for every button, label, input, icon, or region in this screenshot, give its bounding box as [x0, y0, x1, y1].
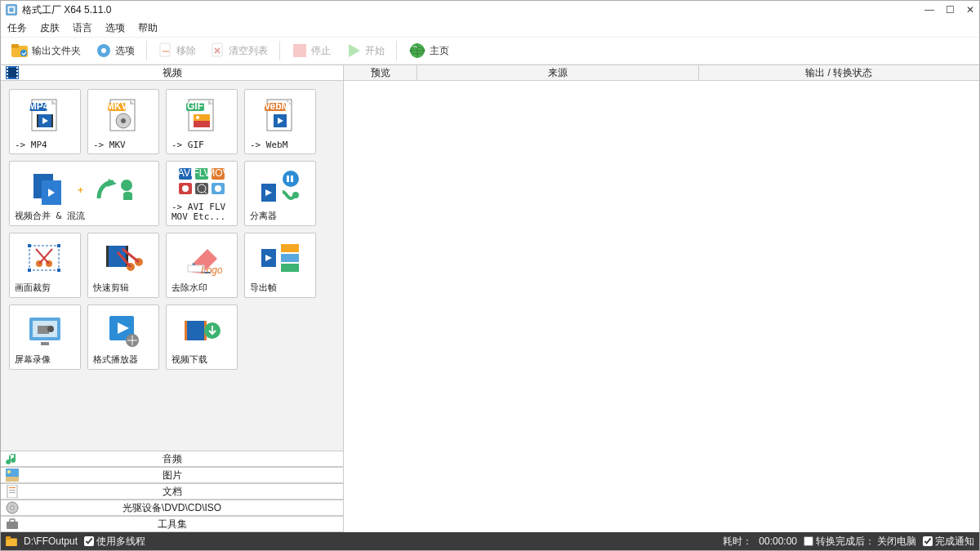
svg-rect-70 [57, 269, 60, 272]
output-folder-button[interactable]: 输出文件夹 [6, 41, 86, 60]
svg-rect-107 [6, 536, 11, 540]
play-icon [345, 42, 362, 59]
category-image[interactable]: 图片 [1, 467, 343, 483]
left-pane: 视频 MP4 -> MP4 MKV -> MKV GIF -> GIF WebM [1, 64, 344, 532]
maximize-button[interactable]: ☐ [946, 4, 955, 16]
after-convert-checkbox[interactable]: 转换完成后：关闭电脑 [804, 535, 916, 549]
svg-rect-2 [9, 7, 13, 11]
category-doc[interactable]: 文档 [1, 483, 343, 500]
svg-rect-83 [281, 264, 299, 272]
task-list-header: 预览 来源 输出 / 转换状态 [344, 64, 979, 81]
stop-icon [292, 42, 308, 59]
card-mkv[interactable]: MKV -> MKV [87, 89, 159, 154]
card-webm[interactable]: WebM -> WebM [244, 89, 316, 154]
clear-button[interactable]: 清空列表 [206, 41, 273, 60]
svg-point-56 [182, 185, 189, 192]
category-audio[interactable]: 音频 [1, 451, 343, 467]
svg-rect-8 [160, 43, 170, 56]
svg-rect-4 [11, 44, 19, 48]
main-area: 视频 MP4 -> MP4 MKV -> MKV GIF -> GIF WebM [1, 64, 979, 532]
merge-icon: + [27, 169, 141, 205]
svg-point-40 [196, 116, 199, 119]
remove-button[interactable]: 移除 [154, 41, 201, 60]
card-record[interactable]: 屏幕录像 [9, 304, 81, 370]
options-button[interactable]: 选项 [91, 41, 140, 60]
card-label: 画面裁剪 [13, 280, 77, 294]
multithread-checkbox[interactable]: 使用多线程 [84, 535, 145, 549]
svg-text:MOV: MOV [207, 167, 226, 179]
svg-rect-74 [106, 246, 109, 267]
col-status[interactable]: 输出 / 转换状态 [699, 65, 980, 80]
card-label: 快速剪辑 [91, 280, 155, 294]
svg-rect-88 [41, 342, 49, 345]
category-toolkit-label: 工具集 [1, 518, 343, 531]
gear-icon [96, 42, 112, 59]
elapsed-value: 00:00:00 [759, 535, 797, 547]
card-mp4[interactable]: MP4 -> MP4 [9, 89, 81, 154]
svg-rect-91 [186, 321, 204, 340]
card-quick[interactable]: 快速剪辑 [87, 233, 159, 298]
page-x-icon [211, 42, 225, 59]
card-avi[interactable]: AVI FLV MOV -> AVI FLV MOV Etc... [166, 161, 238, 226]
menu-help[interactable]: 帮助 [138, 21, 158, 35]
col-source[interactable]: 来源 [417, 65, 699, 80]
card-export[interactable]: 导出帧 [244, 233, 316, 298]
category-toolkit[interactable]: 工具集 [1, 516, 343, 532]
menu-option[interactable]: 选项 [105, 21, 125, 35]
svg-rect-63 [287, 176, 289, 182]
category-doc-label: 文档 [1, 485, 343, 499]
card-label: 分离器 [248, 208, 312, 222]
output-path[interactable]: D:\FFOutput [24, 535, 78, 547]
menu-lang[interactable]: 语言 [73, 21, 92, 35]
card-watermark[interactable]: Logo 去除水印 [166, 233, 238, 298]
card-label: 视频合并 & 混流 [13, 208, 155, 222]
svg-rect-9 [163, 51, 169, 52]
page-minus-icon [158, 42, 173, 59]
start-button[interactable]: 开始 [341, 41, 390, 60]
stop-button[interactable]: 停止 [287, 41, 336, 60]
category-video-label: 视频 [1, 66, 343, 80]
category-video[interactable]: 视频 [1, 64, 343, 81]
folder-icon[interactable] [6, 536, 17, 546]
svg-text:MKV: MKV [106, 100, 128, 112]
menu-skin[interactable]: 皮肤 [40, 21, 60, 35]
svg-rect-67 [28, 244, 31, 247]
svg-rect-64 [291, 176, 293, 182]
webm-icon: WebM [262, 98, 298, 134]
card-label: -> AVI FLV MOV Etc... [170, 201, 234, 222]
menu-task[interactable]: 任务 [7, 21, 27, 35]
svg-rect-68 [57, 244, 60, 247]
card-splitter[interactable]: 分离器 [244, 161, 316, 226]
card-label: 导出帧 [248, 280, 312, 294]
mp4-icon: MP4 [27, 98, 63, 134]
card-label: 去除水印 [170, 280, 234, 294]
splitter-icon [258, 169, 302, 205]
svg-point-87 [47, 326, 54, 332]
statusbar: D:\FFOutput 使用多线程 耗时： 00:00:00 转换完成后：关闭电… [1, 532, 979, 550]
notify-checkbox[interactable]: 完成通知 [923, 535, 974, 549]
home-button[interactable]: 主页 [403, 40, 454, 61]
close-button[interactable]: ✕ [966, 4, 974, 16]
player-icon [103, 313, 144, 349]
svg-rect-28 [37, 114, 38, 127]
card-gif[interactable]: GIF -> GIF [166, 89, 238, 154]
svg-text:MP4: MP4 [29, 100, 49, 112]
card-player[interactable]: 格式播放器 [87, 304, 159, 370]
record-icon [24, 313, 65, 349]
folder-icon [11, 42, 29, 59]
svg-point-7 [101, 48, 106, 53]
card-label: -> MP4 [13, 138, 77, 150]
toolbar-separator [146, 41, 147, 60]
card-download[interactable]: 视频下载 [166, 304, 238, 370]
card-crop[interactable]: 画面裁剪 [9, 233, 81, 298]
window-title: 格式工厂 X64 5.11.0 [22, 3, 924, 17]
globe-icon [408, 42, 426, 60]
card-label: 屏幕录像 [13, 352, 77, 366]
col-preview[interactable]: 预览 [344, 65, 417, 80]
category-disc[interactable]: 光驱设备\DVD\CD\ISO [1, 500, 343, 516]
options-label: 选项 [115, 44, 135, 58]
svg-text:WebM: WebM [262, 100, 290, 112]
card-merge[interactable]: + 视频合并 & 混流 [9, 161, 159, 226]
task-list-body[interactable] [344, 81, 979, 532]
minimize-button[interactable]: — [924, 4, 934, 16]
